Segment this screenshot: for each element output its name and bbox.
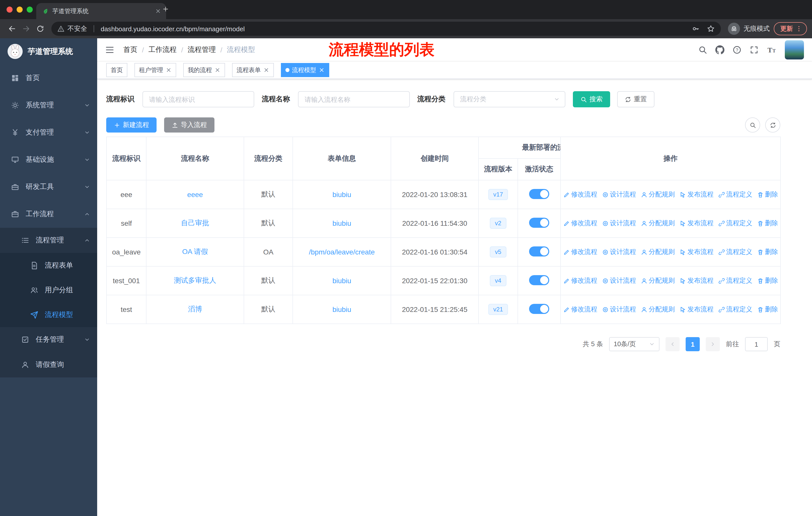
close-icon[interactable] [263,67,269,73]
search-button[interactable]: 搜索 [573,91,610,107]
sidebar-item-process-management[interactable]: 流程管理 [0,228,97,253]
tag-process-form[interactable]: 流程表单 [232,63,274,77]
op-design-process[interactable]: 设计流程 [602,276,636,285]
refresh-table-button[interactable] [765,117,780,133]
op-process-definition[interactable]: 流程定义 [718,190,752,199]
tag-tenant[interactable]: 租户管理 [135,63,176,77]
op-modify-process[interactable]: 修改流程 [563,190,597,199]
form-info-link[interactable]: biubiu [332,219,351,227]
close-window-button[interactable] [6,6,12,12]
op-delete[interactable]: 删除 [757,219,778,228]
process-name-input[interactable] [298,91,410,107]
active-switch[interactable] [529,189,549,199]
breadcrumb-workflow[interactable]: 工作流程 [148,45,177,54]
op-process-definition[interactable]: 流程定义 [718,276,752,285]
breadcrumb-home[interactable]: 首页 [123,45,138,54]
page-size-select[interactable]: 10条/页 [609,337,660,351]
op-assign-rule[interactable]: 分配规则 [641,247,675,256]
sidebar-item-leave-query[interactable]: 请假查询 [0,352,97,377]
tag-my-process[interactable]: 我的流程 [183,63,225,77]
op-modify-process[interactable]: 修改流程 [563,305,597,314]
github-icon[interactable] [715,45,724,54]
sidebar-item-devtools[interactable]: 研发工具 [0,173,97,200]
process-id-input[interactable] [142,91,254,107]
op-delete[interactable]: 删除 [757,247,778,256]
active-switch[interactable] [529,217,549,227]
active-switch[interactable] [529,246,549,256]
op-publish-process[interactable]: 发布流程 [679,305,714,314]
op-publish-process[interactable]: 发布流程 [679,276,714,285]
sidebar-item-user-group[interactable]: 用户分组 [0,278,97,302]
app-logo[interactable]: 芋道管理系统 [0,38,97,64]
goto-page-input[interactable] [745,337,768,351]
close-icon[interactable] [319,67,325,73]
op-design-process[interactable]: 设计流程 [602,305,636,314]
op-process-definition[interactable]: 流程定义 [718,219,752,228]
breadcrumb-process-management[interactable]: 流程管理 [188,45,216,54]
op-delete[interactable]: 删除 [757,305,778,314]
new-tab-button[interactable] [162,5,169,12]
op-publish-process[interactable]: 发布流程 [679,219,714,228]
op-publish-process[interactable]: 发布流程 [679,190,714,199]
op-design-process[interactable]: 设计流程 [602,247,636,256]
op-assign-rule[interactable]: 分配规则 [641,219,675,228]
process-category-select[interactable]: 流程分类 [454,91,565,107]
sidebar-item-workflow[interactable]: 工作流程 [0,200,97,228]
op-process-definition[interactable]: 流程定义 [718,305,752,314]
close-tab-icon[interactable] [155,8,161,14]
tag-process-model[interactable]: 流程模型 [281,63,329,77]
search-icon[interactable] [698,45,707,54]
sidebar-item-process-model[interactable]: 流程模型 [0,302,97,327]
active-switch[interactable] [529,275,549,285]
op-modify-process[interactable]: 修改流程 [563,276,597,285]
minimize-window-button[interactable] [17,6,23,12]
op-process-definition[interactable]: 流程定义 [718,247,752,256]
form-info-link[interactable]: biubiu [332,305,351,314]
next-page-button[interactable] [706,337,720,351]
tag-home[interactable]: 首页 [106,63,127,77]
form-info-link[interactable]: biubiu [332,190,351,198]
create-process-button[interactable]: 新建流程 [106,117,156,133]
sidebar-item-infrastructure[interactable]: 基础设施 [0,146,97,173]
toggle-search-button[interactable] [745,117,760,133]
reload-button[interactable] [33,22,47,36]
active-switch[interactable] [529,304,549,314]
prev-page-button[interactable] [666,337,679,351]
address-bar[interactable]: 不安全 dashboard.yudao.iocoder.cn/bpm/manag… [51,22,721,36]
security-label[interactable]: 不安全 [67,24,87,33]
form-info-link[interactable]: biubiu [332,277,351,285]
op-delete[interactable]: 删除 [757,276,778,285]
op-delete[interactable]: 删除 [757,190,778,199]
question-icon[interactable] [732,45,742,54]
sidebar-item-payment[interactable]: 支付管理 [0,119,97,146]
op-publish-process[interactable]: 发布流程 [679,247,714,256]
process-name-link[interactable]: 自己审批 [181,219,209,227]
zoom-window-button[interactable] [27,6,33,12]
process-name-link[interactable]: OA 请假 [182,247,208,255]
op-assign-rule[interactable]: 分配规则 [641,276,675,285]
close-icon[interactable] [214,67,221,73]
sidebar-item-home[interactable]: 首页 [0,64,97,92]
fullscreen-icon[interactable] [750,45,759,54]
browser-menu-icon[interactable] [795,25,803,32]
current-page-button[interactable]: 1 [686,337,700,351]
browser-tab[interactable]: 芋道管理系统 [36,3,166,19]
back-button[interactable] [5,22,19,36]
reset-button[interactable]: 重置 [617,91,655,107]
font-size-icon[interactable] [767,45,777,55]
form-info-link[interactable]: /bpm/oa/leave/create [309,248,375,256]
password-key-icon[interactable] [692,25,700,33]
process-name-link[interactable]: 滔博 [188,305,202,313]
op-design-process[interactable]: 设计流程 [602,190,636,199]
op-assign-rule[interactable]: 分配规则 [641,190,675,199]
close-icon[interactable] [166,67,172,73]
bookmark-star-icon[interactable] [707,25,715,33]
sidebar-item-task-management[interactable]: 任务管理 [0,327,97,352]
forward-button[interactable] [19,22,33,36]
hamburger-icon[interactable] [105,45,114,54]
op-modify-process[interactable]: 修改流程 [563,247,597,256]
process-name-link[interactable]: eeee [187,190,203,198]
op-design-process[interactable]: 设计流程 [602,219,636,228]
browser-update-button[interactable]: 更新 [774,22,807,35]
avatar[interactable] [785,40,804,59]
